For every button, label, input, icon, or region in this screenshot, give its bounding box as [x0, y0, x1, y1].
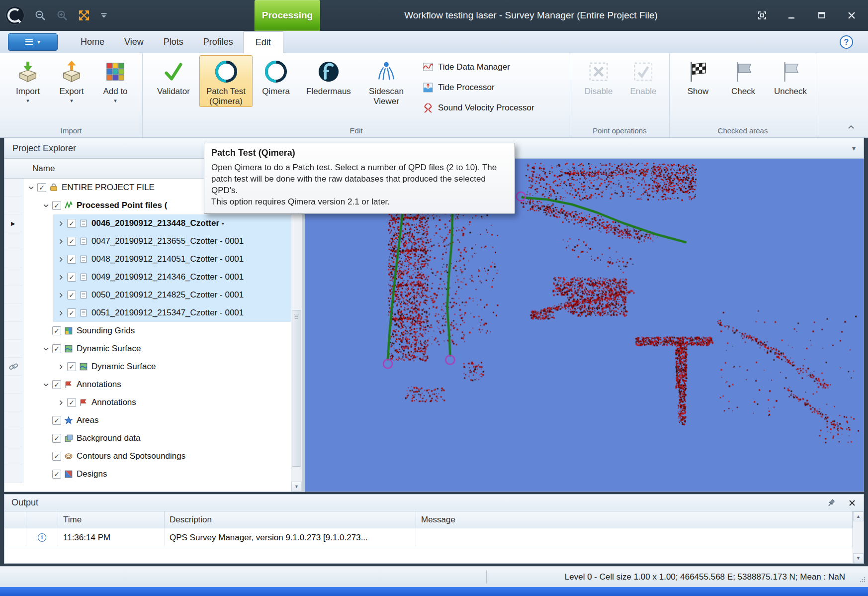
tree-item-row[interactable]: ✓Contours and Spotsoundings: [4, 447, 291, 465]
fledermaus-button[interactable]: Fledermaus: [299, 55, 358, 97]
collapse-icon[interactable]: [40, 379, 51, 390]
tree-item-row[interactable]: ✓Dynamic Surface: [4, 340, 291, 358]
tab-home[interactable]: Home: [71, 31, 114, 53]
tree-checkbox[interactable]: ✓: [52, 416, 61, 425]
tree-checkbox[interactable]: ✓: [52, 470, 61, 479]
tree-item-row[interactable]: ✓0048_20190912_214051_Czotter - 0001: [4, 250, 291, 268]
description-column-header[interactable]: Description: [165, 511, 416, 528]
background-icon: [64, 434, 73, 443]
group-label: Edit: [143, 126, 570, 135]
ribbon-tabs: Home View Plots Profiles Edit: [71, 31, 283, 53]
tooltip-patch-test: Patch Test (Qimera) Open Qimera to do a …: [204, 143, 515, 214]
expand-icon[interactable]: [55, 361, 66, 372]
tab-profiles[interactable]: Profiles: [193, 31, 243, 53]
tree-checkbox[interactable]: ✓: [67, 398, 76, 407]
show-button[interactable]: Show: [677, 55, 719, 97]
output-title: Output: [11, 497, 38, 508]
tree-item-row[interactable]: ✓Designs: [4, 465, 291, 483]
tree-checkbox[interactable]: ✓: [52, 344, 61, 353]
tree-item-row[interactable]: ✓0047_20190912_213655_Czotter - 0001: [4, 232, 291, 250]
tree-checkbox[interactable]: ✓: [67, 291, 76, 299]
tree-checkbox[interactable]: ✓: [52, 380, 61, 389]
help-button[interactable]: ?: [840, 35, 853, 49]
tree-checkbox[interactable]: ✓: [67, 273, 76, 282]
toolbar-options-icon[interactable]: [99, 11, 108, 20]
workspace-tab-processing[interactable]: Processing: [255, 0, 320, 31]
import-button[interactable]: Import ▾: [7, 55, 49, 104]
expand-icon[interactable]: [55, 307, 66, 318]
time-column-header[interactable]: Time: [58, 511, 165, 528]
tree-item-row[interactable]: ✓Areas: [4, 411, 291, 429]
enable-button[interactable]: Enable: [622, 55, 665, 97]
tree-item-row[interactable]: ✓0051_20190912_215347_Czotter - 0001: [4, 304, 291, 322]
collapse-icon[interactable]: [40, 200, 51, 211]
tree-checkbox[interactable]: ✓: [52, 434, 61, 443]
zoom-out-icon[interactable]: [34, 9, 47, 22]
tree-checkbox[interactable]: ✓: [52, 452, 61, 461]
fullscreen-icon[interactable]: [757, 10, 768, 21]
panel-dropdown-icon[interactable]: ▾: [852, 144, 856, 152]
tide-processor-icon: [423, 82, 434, 93]
tree-item-label: 0047_20190912_213655_Czotter - 0001: [91, 236, 244, 246]
message-column-header[interactable]: Message: [416, 511, 853, 528]
sound-velocity-processor-button[interactable]: Sound Velocity Processor: [423, 102, 534, 113]
tree-checkbox[interactable]: ✓: [37, 183, 46, 192]
close-icon[interactable]: [846, 10, 857, 21]
tree-checkbox[interactable]: ✓: [67, 219, 76, 228]
scroll-up-icon[interactable]: ▲: [853, 511, 864, 521]
tree-checkbox[interactable]: ✓: [67, 255, 76, 264]
collapse-ribbon-icon[interactable]: [847, 123, 855, 133]
validator-button[interactable]: Validator: [150, 55, 197, 97]
check-button[interactable]: Check: [721, 55, 765, 97]
expand-icon[interactable]: [55, 254, 66, 265]
expand-icon[interactable]: [55, 272, 66, 283]
expand-icon[interactable]: [55, 290, 66, 300]
tree-checkbox[interactable]: ✓: [52, 326, 61, 335]
maximize-icon[interactable]: [816, 10, 827, 21]
qps-logo-icon: [5, 5, 25, 25]
output-scrollbar[interactable]: ▲ ▼: [853, 511, 864, 563]
tree-checkbox[interactable]: ✓: [67, 237, 76, 246]
expand-icon[interactable]: [55, 218, 66, 229]
scroll-down-icon[interactable]: ▼: [853, 553, 864, 563]
collapse-icon[interactable]: [25, 182, 36, 193]
tide-processor-button[interactable]: Tide Processor: [423, 82, 534, 93]
patch-test-qimera-button[interactable]: Patch Test (Qimera): [199, 55, 253, 107]
tide-data-manager-button[interactable]: Tide Data Manager: [423, 62, 534, 73]
scroll-down-icon[interactable]: ▼: [291, 482, 302, 492]
tab-edit[interactable]: Edit: [243, 31, 283, 53]
disable-button[interactable]: Disable: [577, 55, 620, 97]
tree-checkbox[interactable]: ✓: [67, 362, 76, 371]
tree-item-row[interactable]: ✓Annotations: [4, 376, 291, 394]
export-button[interactable]: Export ▾: [51, 55, 92, 104]
tree-item-row[interactable]: ✓Sounding Grids: [4, 322, 291, 340]
expand-view-icon[interactable]: [78, 9, 90, 22]
qimera-button[interactable]: Qimera: [255, 55, 297, 97]
zoom-in-icon[interactable]: [56, 9, 69, 22]
application-menu-button[interactable]: ▾: [8, 33, 58, 51]
expand-icon[interactable]: [55, 236, 66, 247]
tree-item-row[interactable]: ✓Background data: [4, 429, 291, 447]
scrollbar-thumb[interactable]: [292, 310, 301, 467]
output-row[interactable]: i 11:36:14 PM QPS Survey Manager, versio…: [4, 528, 853, 547]
tree-item-row[interactable]: ✓Annotations: [4, 394, 291, 411]
tree-checkbox[interactable]: ✓: [52, 201, 61, 210]
tree-checkbox[interactable]: ✓: [67, 308, 76, 317]
sidescan-viewer-button[interactable]: Sidescan Viewer: [360, 55, 413, 107]
expand-icon[interactable]: [55, 397, 66, 408]
tab-view[interactable]: View: [114, 31, 154, 53]
minimize-icon[interactable]: [786, 10, 797, 21]
tree-item-row[interactable]: ✓0049_20190912_214346_Czotter - 0001: [4, 268, 291, 286]
tab-plots[interactable]: Plots: [154, 31, 193, 53]
uncheck-button[interactable]: Uncheck: [767, 55, 814, 97]
tree-item-row[interactable]: ✓Dynamic Surface: [4, 358, 291, 376]
add-to-button[interactable]: Add to ▾: [94, 55, 136, 104]
resize-grip[interactable]: [859, 576, 866, 585]
tree-item-row[interactable]: ✓0050_20190912_214825_Czotter - 0001: [4, 286, 291, 304]
collapse-icon[interactable]: [40, 343, 51, 354]
tree-item-row[interactable]: ▶✓0046_20190912_213448_Czotter -: [4, 214, 291, 232]
close-panel-icon[interactable]: [848, 498, 857, 507]
pin-icon[interactable]: [827, 498, 836, 507]
row-gutter: [4, 322, 23, 340]
tree-scrollbar[interactable]: ▲ ▼: [291, 179, 302, 492]
